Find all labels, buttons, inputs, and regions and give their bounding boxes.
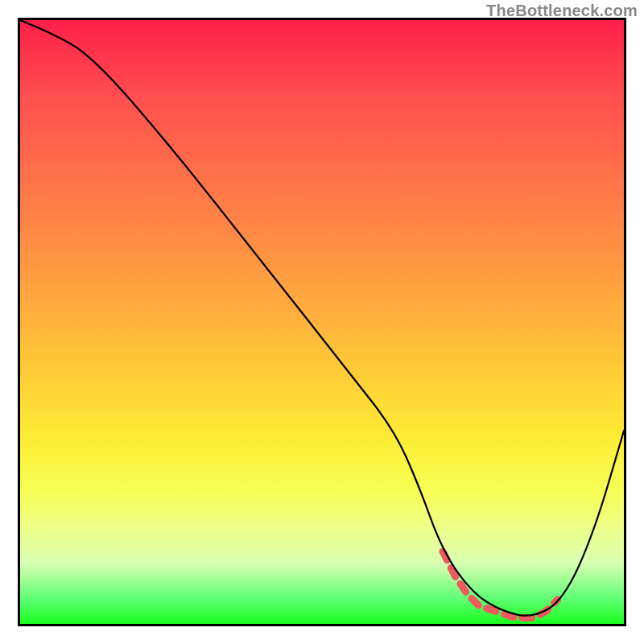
optimal-range-highlight	[443, 551, 558, 618]
bottleneck-curve	[20, 20, 624, 616]
chart-frame	[18, 18, 626, 626]
chart-overlay-svg	[20, 20, 624, 624]
attribution-text: TheBottleneck.com	[486, 2, 638, 20]
